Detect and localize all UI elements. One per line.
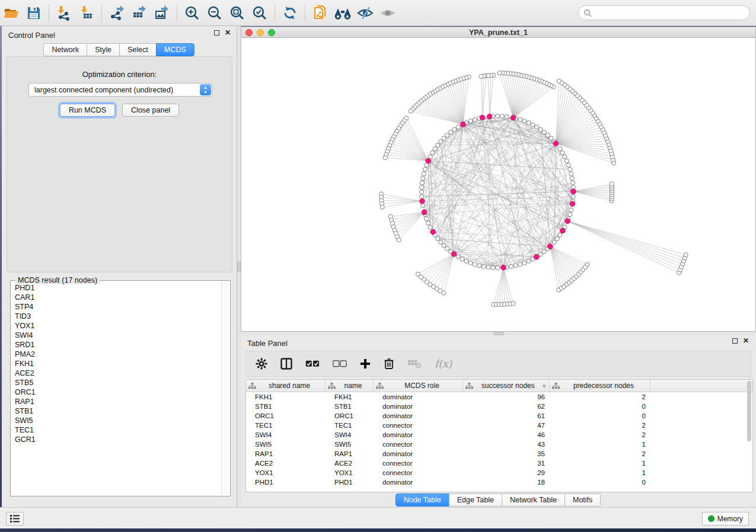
delete-columns-icon[interactable]: [384, 358, 394, 370]
graph-mcds-node[interactable]: [511, 115, 516, 120]
column-header-successor-nodes[interactable]: successor nodesv: [463, 380, 550, 392]
network-snapshot-icon[interactable]: [309, 4, 331, 23]
tab-select[interactable]: Select: [119, 43, 157, 56]
graph-leaf-node[interactable]: [585, 262, 589, 267]
float-panel-icon[interactable]: [732, 338, 738, 344]
graph-node[interactable]: [456, 255, 460, 259]
graph-node[interactable]: [481, 264, 486, 268]
graph-leaf-node[interactable]: [397, 238, 401, 242]
table-row[interactable]: SWI5SWI5connector431: [246, 440, 752, 449]
graph-node[interactable]: [456, 125, 460, 129]
zoom-selected-icon[interactable]: [248, 4, 271, 23]
mcds-result-item[interactable]: SRD1: [11, 340, 221, 350]
graph-node[interactable]: [542, 249, 546, 254]
graph-node[interactable]: [428, 225, 432, 229]
graph-node[interactable]: [538, 127, 543, 132]
mcds-result-item[interactable]: SWI4: [11, 331, 221, 340]
graph-node[interactable]: [568, 212, 572, 216]
graph-node[interactable]: [566, 163, 570, 167]
mcds-result-scrollbar[interactable]: [221, 282, 229, 495]
tab-style[interactable]: Style: [87, 43, 120, 56]
graph-node[interactable]: [560, 150, 564, 155]
mcds-result-item[interactable]: STP4: [11, 302, 221, 312]
graph-node[interactable]: [505, 114, 509, 118]
tab-network[interactable]: Network: [43, 43, 87, 56]
graph-mcds-node[interactable]: [553, 141, 559, 146]
mcds-result-item[interactable]: TEC1: [11, 425, 221, 435]
graph-node[interactable]: [477, 264, 481, 268]
import-network-icon[interactable]: [53, 4, 75, 23]
table-row[interactable]: TEC1TEC1connector472: [246, 421, 752, 430]
tab-node-table[interactable]: Node Table: [395, 493, 449, 507]
graph-node[interactable]: [422, 172, 426, 176]
graph-node[interactable]: [549, 136, 553, 140]
tab-network-table[interactable]: Network Table: [502, 493, 565, 507]
mcds-result-item[interactable]: PHD1: [11, 283, 221, 293]
close-panel-icon[interactable]: ✕: [225, 30, 231, 36]
open-file-icon[interactable]: [0, 4, 23, 23]
graph-node[interactable]: [420, 176, 425, 180]
graph-node[interactable]: [563, 155, 567, 159]
table-scrollbar[interactable]: [747, 381, 752, 476]
graph-node[interactable]: [535, 125, 539, 129]
graph-mcds-node[interactable]: [570, 201, 575, 207]
graph-mcds-node[interactable]: [501, 265, 506, 270]
column-header-predecessor-nodes[interactable]: predecessor nodes: [550, 380, 650, 392]
graph-node[interactable]: [426, 221, 430, 225]
mcds-result-item[interactable]: RAP1: [11, 397, 221, 406]
zoom-out-icon[interactable]: [203, 4, 226, 23]
mcds-result-item[interactable]: STB1: [11, 406, 221, 416]
graph-node[interactable]: [542, 130, 546, 134]
float-panel-icon[interactable]: [214, 30, 219, 36]
graph-node[interactable]: [564, 159, 569, 163]
graph-node[interactable]: [460, 257, 464, 261]
export-table-icon[interactable]: [128, 4, 151, 23]
table-settings-icon[interactable]: [256, 358, 267, 370]
graph-leaf-node[interactable]: [557, 79, 561, 83]
graph-leaf-node[interactable]: [511, 302, 515, 306]
graph-mcds-node[interactable]: [548, 244, 553, 249]
optimization-criterion-select[interactable]: largest connected component (undirected)…: [28, 83, 212, 97]
graph-node[interactable]: [555, 236, 559, 241]
search-box[interactable]: [578, 5, 750, 20]
graph-node[interactable]: [522, 119, 527, 123]
graph-node[interactable]: [495, 114, 499, 118]
graph-node[interactable]: [468, 119, 473, 123]
graph-node[interactable]: [522, 261, 527, 265]
table-row[interactable]: PHD1PHD1dominator180: [246, 477, 752, 487]
graph-node[interactable]: [430, 150, 435, 155]
deselect-all-rows-icon[interactable]: [333, 360, 347, 367]
refresh-layout-icon[interactable]: [279, 4, 301, 23]
graph-leaf-node[interactable]: [610, 182, 614, 186]
table-row[interactable]: YOX1YOX1connector291: [246, 468, 752, 477]
mcds-result-item[interactable]: SWI5: [11, 416, 221, 425]
graph-mcds-node[interactable]: [565, 219, 570, 224]
table-row[interactable]: SWI4SWI4dominator462: [246, 430, 752, 440]
graph-leaf-node[interactable]: [383, 156, 387, 160]
column-visibility-icon[interactable]: [280, 358, 292, 370]
mcds-result-item[interactable]: ACE2: [11, 368, 221, 378]
mcds-result-item[interactable]: YOX1: [11, 321, 221, 331]
zoom-fit-icon[interactable]: [226, 4, 248, 23]
tab-motifs[interactable]: Motifs: [564, 493, 601, 507]
graph-node[interactable]: [513, 264, 518, 268]
graph-node[interactable]: [546, 133, 550, 137]
scrollbar-thumb[interactable]: [747, 381, 751, 441]
add-column-icon[interactable]: [360, 358, 371, 369]
graph-mcds-node[interactable]: [420, 198, 425, 204]
graph-node[interactable]: [491, 265, 495, 270]
memory-button[interactable]: Memory: [702, 512, 749, 525]
graph-node[interactable]: [518, 262, 522, 267]
graph-leaf-node[interactable]: [442, 291, 446, 295]
graph-mcds-node[interactable]: [461, 122, 466, 127]
network-canvas[interactable]: [241, 38, 755, 332]
graph-node[interactable]: [569, 208, 573, 212]
graph-node[interactable]: [452, 127, 457, 132]
mcds-result-item[interactable]: GCR1: [11, 435, 221, 444]
table-row[interactable]: RAP1RAP1dominator352: [246, 449, 752, 459]
zoom-in-icon[interactable]: [181, 4, 203, 23]
graph-node[interactable]: [569, 172, 573, 176]
graph-node[interactable]: [442, 136, 446, 140]
graph-mcds-node[interactable]: [426, 158, 431, 164]
graph-mcds-node[interactable]: [534, 254, 540, 259]
